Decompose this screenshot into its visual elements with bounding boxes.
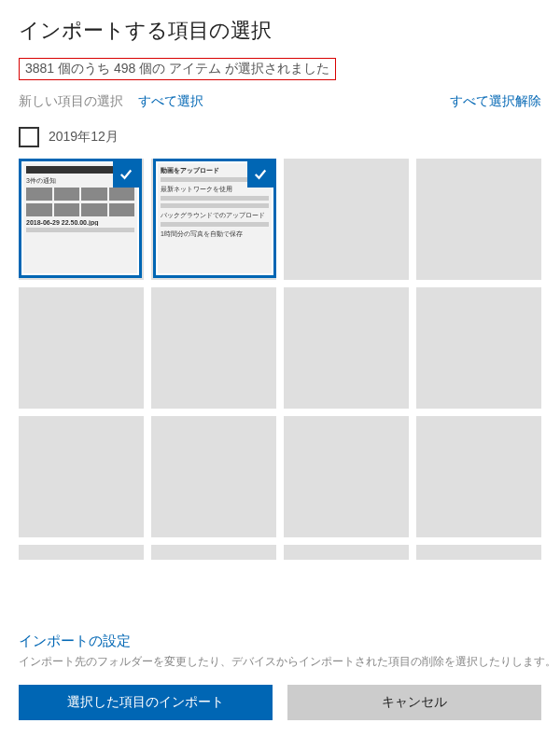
select-all-link[interactable]: すべて選択 xyxy=(138,93,203,110)
import-settings-description: インポート先のフォルダーを変更したり、デバイスからインポートされた項目の削除を選… xyxy=(19,654,541,670)
group-date-label: 2019年12月 xyxy=(49,129,119,146)
import-button[interactable]: 選択した項目のインポート xyxy=(19,685,273,720)
selection-count-label: 3881 個のうち 498 個の アイテム が選択されました xyxy=(19,58,336,80)
thumbnail-grid-area: 3件の通知 2018-06-29 22.50.00.jpg 動画をアップロード … xyxy=(19,159,541,560)
selection-controls-row: 新しい項目の選択 すべて選択 すべて選択解除 xyxy=(19,93,541,110)
thumbnail-item[interactable]: 動画をアップロード 最新ネットワークを使用 バックグラウンドでのアップロード 1… xyxy=(153,159,276,278)
button-row: 選択した項目のインポート キャンセル xyxy=(19,685,541,720)
deselect-all-link[interactable]: すべて選択解除 xyxy=(450,93,541,110)
new-selection-label: 新しい項目の選択 xyxy=(19,93,123,110)
checkmark-icon xyxy=(113,161,139,188)
group-checkbox[interactable] xyxy=(19,127,39,147)
import-settings-link[interactable]: インポートの設定 xyxy=(19,633,131,650)
dialog-title: インポートする項目の選択 xyxy=(19,17,541,45)
dialog-footer: インポートの設定 インポート先のフォルダーを変更したり、デバイスからインポートさ… xyxy=(19,633,541,720)
thumbnail-item[interactable]: 3件の通知 2018-06-29 22.50.00.jpg xyxy=(19,159,142,278)
group-header: 2019年12月 xyxy=(19,127,541,147)
checkmark-icon xyxy=(247,161,273,188)
cancel-button[interactable]: キャンセル xyxy=(287,685,541,720)
